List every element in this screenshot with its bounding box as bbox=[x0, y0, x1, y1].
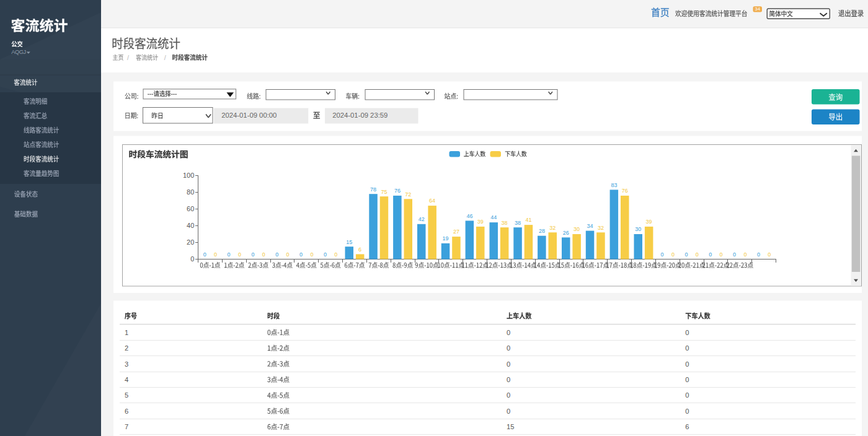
svg-text:60: 60 bbox=[187, 205, 194, 212]
svg-text:5: 5 bbox=[125, 391, 128, 399]
svg-text:15: 15 bbox=[346, 239, 352, 245]
svg-text:75: 75 bbox=[381, 189, 387, 195]
svg-text:2: 2 bbox=[125, 344, 128, 352]
svg-text:76: 76 bbox=[394, 188, 401, 194]
svg-text:76: 76 bbox=[622, 188, 628, 194]
svg-text:0: 0 bbox=[334, 251, 337, 258]
svg-text:30: 30 bbox=[635, 226, 641, 232]
svg-text:30: 30 bbox=[574, 226, 580, 232]
svg-text:42: 42 bbox=[418, 216, 425, 222]
svg-text:1: 1 bbox=[125, 329, 128, 336]
svg-text:0: 0 bbox=[757, 251, 760, 258]
svg-text:0: 0 bbox=[214, 251, 217, 258]
svg-text:0: 0 bbox=[228, 251, 231, 258]
svg-text:0: 0 bbox=[684, 251, 688, 258]
svg-text:2024-01-09 23:59: 2024-01-09 23:59 bbox=[332, 111, 388, 119]
svg-text:0: 0 bbox=[660, 251, 663, 258]
svg-text:0: 0 bbox=[768, 251, 771, 258]
svg-text:20: 20 bbox=[187, 238, 194, 246]
svg-text:41: 41 bbox=[525, 217, 531, 223]
svg-text:46: 46 bbox=[466, 213, 472, 219]
svg-text:0: 0 bbox=[685, 329, 689, 336]
svg-text:28: 28 bbox=[539, 228, 545, 234]
svg-text:0: 0 bbox=[733, 251, 736, 258]
svg-text:100: 100 bbox=[183, 172, 194, 179]
svg-text:27: 27 bbox=[453, 229, 459, 235]
svg-text:2024-01-09 00:00: 2024-01-09 00:00 bbox=[221, 111, 277, 119]
svg-text:0: 0 bbox=[685, 360, 689, 368]
svg-text:64: 64 bbox=[429, 198, 435, 204]
svg-text:7: 7 bbox=[125, 423, 128, 430]
svg-text:0: 0 bbox=[262, 251, 265, 258]
svg-text:0: 0 bbox=[709, 251, 712, 258]
svg-text:0: 0 bbox=[251, 251, 254, 258]
svg-text:0: 0 bbox=[696, 251, 699, 258]
svg-text:80: 80 bbox=[187, 188, 194, 196]
svg-text:44: 44 bbox=[490, 214, 497, 220]
svg-text:AQGJ: AQGJ bbox=[11, 49, 26, 55]
svg-text:3: 3 bbox=[125, 360, 128, 368]
svg-text:0: 0 bbox=[685, 391, 689, 399]
svg-text:0: 0 bbox=[190, 255, 194, 263]
svg-text:0: 0 bbox=[299, 251, 303, 258]
svg-text:0: 0 bbox=[685, 344, 689, 352]
svg-text:38: 38 bbox=[515, 220, 521, 226]
svg-text:0: 0 bbox=[324, 251, 327, 258]
svg-text:0: 0 bbox=[286, 251, 290, 258]
svg-text:34: 34 bbox=[755, 6, 760, 12]
svg-text:0: 0 bbox=[507, 360, 510, 368]
svg-text:4: 4 bbox=[125, 376, 128, 383]
svg-text:0: 0 bbox=[685, 408, 689, 415]
svg-text:32: 32 bbox=[598, 225, 604, 231]
svg-text:78: 78 bbox=[370, 186, 376, 193]
svg-text:/: / bbox=[127, 54, 129, 61]
svg-text:6: 6 bbox=[358, 246, 361, 253]
svg-text:0: 0 bbox=[238, 251, 241, 258]
svg-text:0: 0 bbox=[743, 251, 746, 258]
svg-text:0: 0 bbox=[720, 251, 723, 258]
svg-text:39: 39 bbox=[646, 219, 652, 225]
svg-text:0: 0 bbox=[507, 376, 510, 383]
svg-text:6: 6 bbox=[125, 408, 128, 415]
svg-text:/: / bbox=[164, 54, 166, 61]
svg-text:15: 15 bbox=[507, 423, 514, 430]
svg-text:32: 32 bbox=[549, 225, 556, 231]
svg-text:39: 39 bbox=[477, 219, 484, 225]
svg-text:0: 0 bbox=[685, 376, 689, 383]
svg-text:83: 83 bbox=[611, 182, 617, 188]
svg-text:0: 0 bbox=[507, 408, 510, 415]
svg-text:0: 0 bbox=[275, 251, 278, 258]
svg-text:34: 34 bbox=[587, 223, 593, 229]
svg-text:0: 0 bbox=[507, 391, 510, 399]
svg-text:40: 40 bbox=[187, 222, 194, 229]
svg-text:0: 0 bbox=[671, 251, 675, 258]
svg-text:6: 6 bbox=[685, 423, 689, 430]
svg-text:0: 0 bbox=[203, 251, 206, 258]
svg-text:0: 0 bbox=[310, 251, 313, 258]
svg-text:72: 72 bbox=[405, 191, 411, 198]
svg-text:26: 26 bbox=[563, 230, 569, 236]
svg-text:38: 38 bbox=[502, 220, 508, 226]
svg-text:0: 0 bbox=[507, 344, 510, 352]
svg-text:0: 0 bbox=[507, 329, 510, 336]
svg-text:19: 19 bbox=[442, 235, 448, 242]
